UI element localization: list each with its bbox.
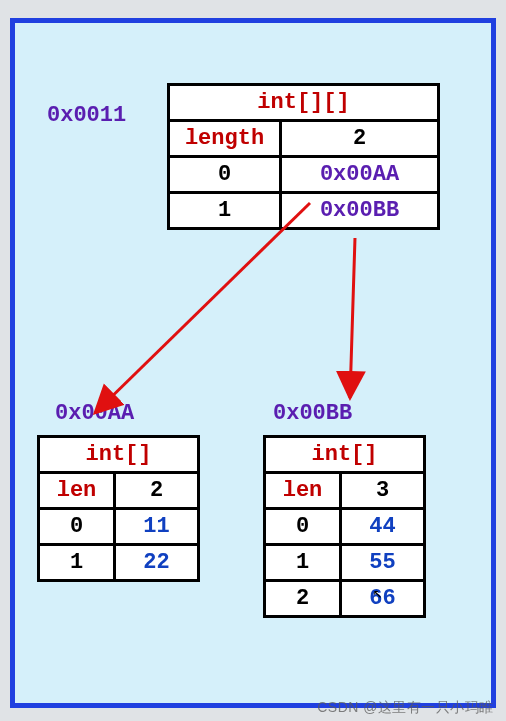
childA-length-label: len: [39, 473, 115, 509]
childA-array-table: int[] len 2 0 11 1 22: [37, 435, 200, 582]
childA-row-value: 22: [115, 545, 199, 581]
table-row: 2 66: [265, 581, 425, 617]
childB-row-value: 66: [341, 581, 425, 617]
outer-row-value: 0x00BB: [281, 193, 439, 229]
childA-type-header: int[]: [39, 437, 199, 473]
childB-row-index: 2: [265, 581, 341, 617]
table-row: 0 11: [39, 509, 199, 545]
childA-length-value: 2: [115, 473, 199, 509]
arrow-to-childB: [350, 238, 355, 398]
outer-array-table: int[][] length 2 0 0x00AA 1 0x00BB: [167, 83, 440, 230]
childB-row-index: 0: [265, 509, 341, 545]
watermark-text: CSDN @这里有一只小玛睢: [317, 699, 494, 717]
table-row: 1 0x00BB: [169, 193, 439, 229]
outer-row-index: 1: [169, 193, 281, 229]
childB-length-value: 3: [341, 473, 425, 509]
arrow-to-childA: [95, 203, 310, 413]
childB-row-value: 44: [341, 509, 425, 545]
diagram-frame: 0x0011 int[][] length 2 0 0x00AA 1 0x00B…: [10, 18, 496, 708]
childB-type-header: int[]: [265, 437, 425, 473]
childB-address-label: 0x00BB: [273, 401, 352, 426]
outer-type-header: int[][]: [169, 85, 439, 121]
table-row: 0 0x00AA: [169, 157, 439, 193]
childB-array-table: int[] len 3 0 44 1 55 2 66: [263, 435, 426, 618]
table-row: 0 44: [265, 509, 425, 545]
childA-row-index: 1: [39, 545, 115, 581]
outer-row-value: 0x00AA: [281, 157, 439, 193]
outer-length-label: length: [169, 121, 281, 157]
outer-row-index: 0: [169, 157, 281, 193]
table-row: 1 55: [265, 545, 425, 581]
childB-row-index: 1: [265, 545, 341, 581]
childB-length-label: len: [265, 473, 341, 509]
childA-row-value: 11: [115, 509, 199, 545]
childA-address-label: 0x00AA: [55, 401, 134, 426]
childA-row-index: 0: [39, 509, 115, 545]
outer-length-value: 2: [281, 121, 439, 157]
childB-row-value: 55: [341, 545, 425, 581]
outer-address-label: 0x0011: [47, 103, 126, 128]
table-row: 1 22: [39, 545, 199, 581]
